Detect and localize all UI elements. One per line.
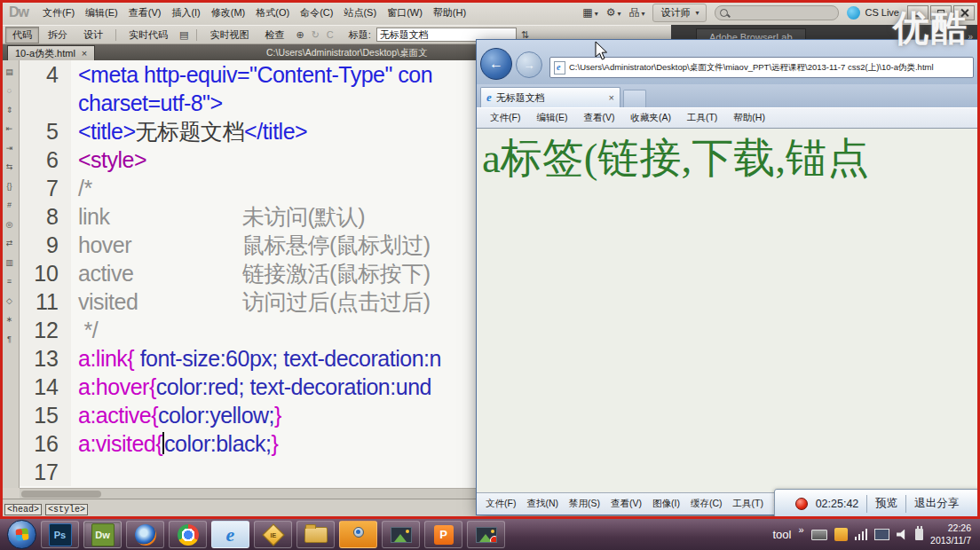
browser-menu-item-4[interactable]: 工具(T) xyxy=(679,112,725,124)
taskbar-image-app[interactable] xyxy=(382,521,420,548)
power-plug-icon[interactable] xyxy=(915,529,923,540)
select-parent-tag-icon[interactable]: ⇆ xyxy=(3,161,17,173)
split-view-button[interactable]: 拆分 xyxy=(41,27,75,43)
code-text[interactable]: <style> xyxy=(71,147,146,173)
tab-close-icon[interactable]: × xyxy=(609,92,614,103)
code-view-options-icon[interactable]: ▤ xyxy=(177,29,191,41)
taskbar-photoshop[interactable]: Ps xyxy=(41,521,79,548)
syntax-coloring-icon[interactable]: ▥ xyxy=(3,256,17,268)
live-view-button[interactable]: 实时视图 xyxy=(202,27,256,43)
volume-icon[interactable] xyxy=(897,530,908,540)
code-text[interactable]: <title>无标题文档</title> xyxy=(71,117,307,146)
code-text[interactable]: */ xyxy=(71,318,98,343)
page-link[interactable]: a标签(链接,下载,锚点 xyxy=(482,130,979,186)
new-tab-button[interactable] xyxy=(623,90,646,107)
code-text[interactable]: charset=utf-8"> xyxy=(71,90,223,116)
taskbar-firefox[interactable] xyxy=(126,521,164,548)
dw-menu-item-2[interactable]: 查看(V) xyxy=(123,6,167,20)
line-numbers-icon[interactable]: # xyxy=(3,200,17,211)
collapse-full-tag-icon[interactable]: ⇤ xyxy=(3,123,17,135)
clock[interactable]: 22:26 2013/11/7 xyxy=(930,522,971,546)
workspace-switcher[interactable]: 设计师 ▾ xyxy=(652,4,707,22)
browser-tab[interactable]: e 无标题文档 × xyxy=(480,87,620,107)
search-input[interactable] xyxy=(715,5,839,20)
network-signal-icon[interactable] xyxy=(855,529,868,540)
display-icon[interactable] xyxy=(874,529,889,540)
scrollbar-thumb[interactable] xyxy=(21,491,101,498)
taskbar-camera-app[interactable] xyxy=(339,521,377,548)
dw-menu-item-3[interactable]: 插入(I) xyxy=(166,6,205,20)
browser-menu-item-2[interactable]: 查看(V) xyxy=(575,112,622,124)
address-bar[interactable]: C:\Users\Administrator\Desktop\桌面文件\miao… xyxy=(549,57,974,78)
code-text[interactable]: active链接激活(鼠标按下) xyxy=(71,259,431,288)
inspect-button[interactable]: 检查 xyxy=(257,27,291,43)
dw-menu-item-5[interactable]: 格式(O) xyxy=(250,6,295,20)
dev-toolbar-item-5[interactable]: 缓存(C) xyxy=(685,498,728,510)
code-text[interactable]: link未访问(默认) xyxy=(71,202,365,232)
document-tab[interactable]: 10-a伪类.html × xyxy=(7,45,95,60)
dw-menu-item-9[interactable]: 帮助(H) xyxy=(428,6,471,20)
dw-menu-item-4[interactable]: 修改(M) xyxy=(206,6,251,20)
taskbar-explorer[interactable] xyxy=(296,521,335,548)
dw-menu-item-6[interactable]: 命令(C) xyxy=(295,6,338,20)
taskbar-dreamweaver[interactable]: Dw xyxy=(83,521,122,548)
taskbar-chrome[interactable] xyxy=(169,521,207,548)
code-view-button[interactable]: 代码 xyxy=(5,27,39,43)
keyboard-icon[interactable] xyxy=(811,530,827,540)
code-text[interactable]: <meta http-equiv="Content-Type" con xyxy=(71,62,432,88)
refresh-icon[interactable]: ↻ xyxy=(309,29,322,41)
exit-share-button[interactable]: 退出分享 xyxy=(914,496,959,511)
dw-menu-item-0[interactable]: 文件(F) xyxy=(37,6,80,20)
code-text[interactable]: a:active{color:yellow;} xyxy=(71,403,281,428)
dev-toolbar-item-6[interactable]: 工具(T) xyxy=(728,498,769,510)
dev-toolbar-item-0[interactable]: 文件(F) xyxy=(480,498,521,510)
browser-menu-item-1[interactable]: 编辑(E) xyxy=(528,112,575,124)
layout-icon[interactable]: ▦▾ xyxy=(582,6,597,19)
forward-button[interactable]: → xyxy=(516,51,542,78)
taskbar-p-app[interactable]: P xyxy=(424,521,462,548)
hidden-characters-icon[interactable]: ◇ xyxy=(3,295,17,306)
balance-braces-icon[interactable]: {} xyxy=(3,180,17,192)
show-head-content-icon[interactable]: ◌ xyxy=(3,85,17,97)
code-text[interactable]: /* xyxy=(71,176,92,201)
preview-globe-icon[interactable]: ⊕ xyxy=(293,29,306,41)
tag-selector-0[interactable]: <head> xyxy=(4,504,42,515)
design-view-button[interactable]: 设计 xyxy=(76,27,110,43)
tag-selector-1[interactable]: <style> xyxy=(45,504,88,515)
recent-snippets-icon[interactable]: ∗ xyxy=(3,314,17,326)
browser-menu-item-3[interactable]: 收藏夹(A) xyxy=(622,112,679,124)
back-button[interactable]: ← xyxy=(480,48,512,80)
validate-icon[interactable]: C xyxy=(324,29,336,40)
move-css-rule-icon[interactable]: ¶ xyxy=(3,333,17,344)
auto-indent-icon[interactable]: ≡ xyxy=(3,276,17,287)
site-icon[interactable]: 品▾ xyxy=(628,5,644,20)
dev-toolbar-item-2[interactable]: 禁用(S) xyxy=(564,498,605,510)
extend-icon[interactable]: ⚙▾ xyxy=(606,6,621,19)
code-text[interactable]: visited访问过后(点击过后) xyxy=(71,287,431,317)
taskbar-ie[interactable]: e xyxy=(211,521,249,548)
code-text[interactable]: hover鼠标悬停(鼠标划过) xyxy=(71,231,431,260)
dw-menu-item-8[interactable]: 窗口(W) xyxy=(382,6,428,20)
dw-menu-item-7[interactable]: 站点(S) xyxy=(338,6,382,20)
tray-expander-icon[interactable]: » xyxy=(798,524,803,535)
dev-toolbar-item-3[interactable]: 查看(V) xyxy=(605,498,647,510)
browser-menu-item-5[interactable]: 帮助(H) xyxy=(725,112,773,124)
expand-all-icon[interactable]: ⇕ xyxy=(3,104,17,115)
preview-button[interactable]: 预览 xyxy=(875,496,897,511)
code-text[interactable]: a:visited{color:black;} xyxy=(71,431,278,457)
dw-menu-item-1[interactable]: 编辑(E) xyxy=(80,6,123,20)
collapse-selection-icon[interactable]: ⇥ xyxy=(3,142,17,153)
dev-toolbar-item-4[interactable]: 图像(I) xyxy=(647,498,685,510)
word-wrap-icon[interactable]: ⇄ xyxy=(3,238,17,249)
browser-menu-item-0[interactable]: 文件(F) xyxy=(482,112,528,124)
code-text[interactable]: a:hover{color:red; text-decoration:und xyxy=(71,374,431,400)
highlight-invalid-code-icon[interactable]: ◎ xyxy=(3,218,17,230)
code-text[interactable]: a:link{ font-size:60px; text-decoration:… xyxy=(71,346,441,372)
ime-icon[interactable] xyxy=(834,528,848,541)
live-code-button[interactable]: 实时代码 xyxy=(122,27,175,43)
taskbar-capture-app[interactable] xyxy=(467,521,505,548)
open-documents-icon[interactable]: ▤ xyxy=(3,66,17,77)
tab-close-icon[interactable]: × xyxy=(82,48,87,59)
dev-toolbar-item-1[interactable]: 查找(N) xyxy=(521,498,564,510)
cs-live-button[interactable]: CS Live xyxy=(847,6,899,20)
